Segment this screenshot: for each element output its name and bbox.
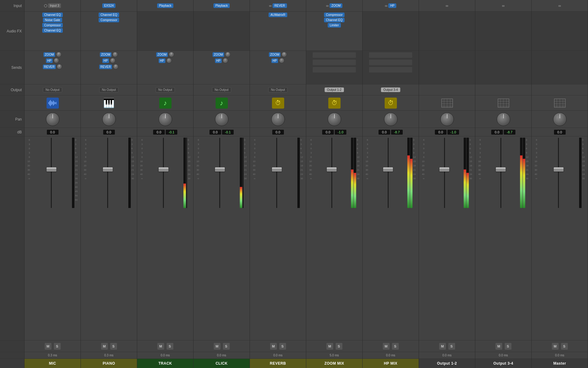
mic-pan-knob[interactable] (46, 113, 59, 126)
track-pan-knob[interactable] (159, 113, 172, 126)
piano-solo-btn[interactable]: S (110, 343, 117, 350)
mic-rever-knob[interactable] (57, 64, 62, 69)
master-solo-btn[interactable]: S (561, 343, 568, 350)
out34-mute-btn[interactable]: M (496, 343, 502, 350)
click-output-btn[interactable]: No Output (212, 87, 232, 92)
track-mute-btn[interactable]: M (157, 343, 164, 350)
master-pan-knob[interactable] (553, 113, 567, 126)
zoommix-fx-compressor[interactable]: Compressor (324, 13, 344, 17)
reverb-pan-knob[interactable] (271, 113, 285, 126)
track-zoom-knob[interactable] (169, 52, 174, 57)
mic-mute-btn[interactable]: M (45, 343, 51, 350)
track-hp-knob[interactable] (166, 58, 172, 63)
click-send-hp-btn[interactable]: HP (215, 58, 222, 63)
click-mute-btn[interactable]: M (214, 343, 221, 350)
out12-pan-knob[interactable] (440, 113, 454, 126)
click-level-meter (240, 138, 242, 208)
mic-input-btn[interactable]: Input 3 (48, 3, 61, 8)
piano-fx-compressor[interactable]: Compressor (99, 18, 119, 22)
reverb-input-btn[interactable]: REVER (273, 3, 287, 8)
hpmix-output-btn[interactable]: Output 3-4 (381, 87, 400, 92)
click-solo-btn[interactable]: S (223, 343, 230, 350)
piano-mute-btn[interactable]: M (101, 343, 108, 350)
reverb-zoom-knob[interactable] (281, 52, 287, 57)
click-hp-knob[interactable] (223, 58, 228, 63)
hpmix-audiofx-row (363, 12, 419, 51)
out34-pan-knob[interactable] (497, 113, 510, 126)
zoommix-fx-limiter[interactable]: Limiter (328, 23, 341, 28)
mic-fader-handle[interactable] (47, 167, 56, 172)
mic-output-btn[interactable]: No Output (43, 87, 62, 92)
master-latency-val: 0.0 ms (555, 354, 564, 357)
piano-output-btn[interactable]: No Output (99, 87, 119, 92)
zoommix-level-meter (351, 138, 353, 208)
zoommix-fx-channeleq[interactable]: Channel EQ (324, 18, 344, 22)
track-output-btn[interactable]: No Output (156, 87, 175, 92)
track-db-val2: -0.1 (166, 130, 177, 135)
reverb-hp-knob[interactable] (279, 58, 285, 63)
mic-fx-channeleq[interactable]: Channel EQ (42, 13, 62, 17)
mic-solo-btn[interactable]: S (54, 343, 61, 350)
out12-solo-btn[interactable]: S (448, 343, 455, 350)
click-latency-val: 0.0 ms (217, 354, 226, 357)
click-input-btn[interactable]: Playback (213, 3, 230, 8)
track-send-zoom-btn[interactable]: ZOOM (156, 52, 168, 57)
piano-input-btn[interactable]: EXS24 (102, 3, 115, 8)
master-mute-btn[interactable]: M (552, 343, 559, 350)
piano-rever-knob[interactable] (113, 64, 119, 69)
zoommix-pan-knob[interactable] (328, 113, 341, 126)
mic-send-hp-btn[interactable]: HP (46, 58, 53, 63)
reverb-sends-row: ZOOM HP (250, 51, 306, 84)
out12-fader-handle[interactable] (439, 167, 449, 172)
mic-zoom-knob[interactable] (56, 52, 62, 57)
mic-fx-channeleq2[interactable]: Channel EQ (42, 28, 62, 33)
hpmix-input-btn[interactable]: HP (388, 3, 396, 8)
zoommix-input-btn[interactable]: ZOOM (330, 3, 342, 8)
out34-solo-btn[interactable]: S (505, 343, 511, 350)
out34-fader-handle[interactable] (496, 167, 506, 172)
track-fader-handle[interactable] (159, 167, 168, 172)
piano-fx-channeleq[interactable]: Channel EQ (99, 13, 119, 17)
piano-send-zoom-btn[interactable]: ZOOM (100, 52, 111, 57)
master-fader-handle[interactable] (554, 167, 564, 172)
piano-pan-knob[interactable] (102, 113, 116, 126)
reverb-solo-btn[interactable]: S (279, 343, 286, 350)
reverb-output-btn[interactable]: No Output (268, 87, 288, 92)
click-send-zoom-btn[interactable]: ZOOM (213, 52, 224, 57)
click-fader-handle[interactable] (215, 167, 225, 172)
out12-mute-btn[interactable]: M (439, 343, 446, 350)
mic-icon-row (24, 95, 81, 111)
reverb-send-hp-btn[interactable]: HP (271, 58, 278, 63)
piano-zoom-knob[interactable] (112, 52, 118, 57)
click-zoom-knob[interactable] (225, 52, 231, 57)
hpmix-solo-btn[interactable]: S (392, 343, 399, 350)
hpmix-fader-handle[interactable] (383, 167, 393, 172)
zoommix-output-btn[interactable]: Output 1-2 (325, 87, 344, 92)
track-solo-btn[interactable]: S (167, 343, 173, 350)
hpmix-pan-knob[interactable] (384, 113, 398, 126)
mic-send-zoom-btn[interactable]: ZOOM (43, 52, 55, 57)
track-send-hp-btn[interactable]: HP (159, 58, 165, 63)
svg-rect-3 (51, 101, 52, 105)
zoommix-fader-handle[interactable] (327, 167, 337, 172)
zoommix-solo-btn[interactable]: S (336, 343, 342, 350)
piano-send-rever-btn[interactable]: REVER (99, 65, 112, 69)
piano-fader-handle[interactable] (103, 167, 113, 172)
piano-send-hp-btn[interactable]: HP (102, 58, 109, 63)
out12-pan-row (419, 111, 475, 128)
label-sends: Sends (0, 51, 24, 84)
mic-fx-noisegate[interactable]: Noise Gate (43, 18, 62, 22)
mic-fx-compressor[interactable]: Compressor (42, 23, 62, 28)
reverb-fx-aumatrix[interactable]: AUMatrixR (269, 13, 287, 17)
piano-hp-knob[interactable] (110, 58, 115, 63)
track-input-btn[interactable]: Playback (157, 3, 173, 8)
mic-sends-row: ZOOM HP REVER (24, 51, 81, 84)
mic-hp-knob[interactable] (54, 58, 59, 63)
click-pan-knob[interactable] (215, 113, 228, 126)
reverb-mute-btn[interactable]: M (270, 343, 277, 350)
zoommix-mute-btn[interactable]: M (326, 343, 333, 350)
reverb-send-zoom-btn[interactable]: ZOOM (269, 52, 281, 57)
hpmix-mute-btn[interactable]: M (383, 343, 390, 350)
reverb-fader-handle[interactable] (272, 167, 282, 172)
mic-send-rever-btn[interactable]: REVER (43, 65, 56, 69)
